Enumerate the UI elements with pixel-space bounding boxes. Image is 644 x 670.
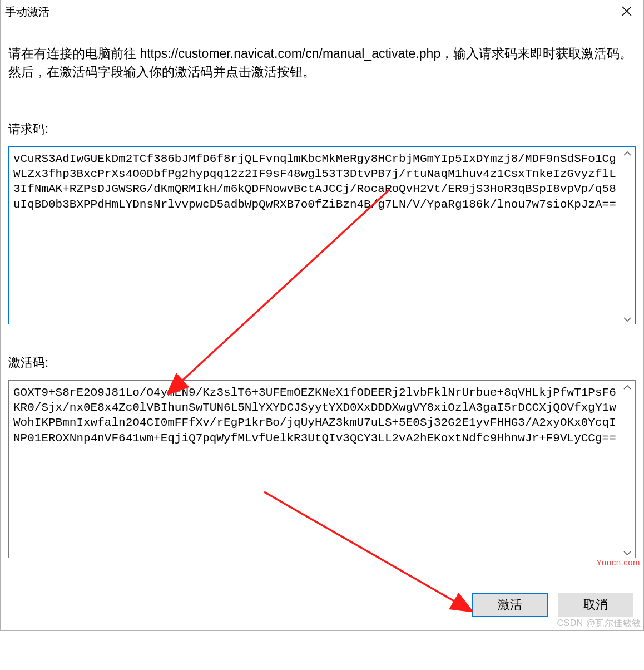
scroll-up-icon[interactable] — [622, 150, 632, 157]
close-button[interactable] — [610, 0, 643, 24]
titlebar: 手动激活 — [1, 0, 643, 24]
dialog-content: 请在有连接的电脑前往 https://customer.navicat.com/… — [1, 24, 643, 630]
scroll-down-icon[interactable] — [622, 549, 632, 557]
instructions-text: 请在有连接的电脑前往 https://customer.navicat.com/… — [8, 45, 636, 82]
scroll-down-icon[interactable] — [622, 316, 632, 323]
activate-button[interactable]: 激活 — [472, 593, 548, 617]
button-row: 激活 取消 — [8, 585, 636, 620]
scroll-up-icon[interactable] — [622, 383, 632, 391]
request-code-wrap — [8, 146, 636, 327]
dialog-window: 手动激活 请在有连接的电脑前往 https://customer.navicat… — [0, 0, 644, 631]
close-icon — [622, 6, 632, 18]
request-code-input[interactable] — [8, 146, 636, 324]
activate-code-wrap — [8, 380, 636, 560]
activate-code-input[interactable] — [8, 380, 636, 558]
activate-code-label: 激活码: — [8, 354, 636, 371]
window-title: 手动激活 — [5, 4, 49, 19]
request-code-label: 请求码: — [8, 121, 636, 137]
cancel-button[interactable]: 取消 — [558, 593, 633, 617]
